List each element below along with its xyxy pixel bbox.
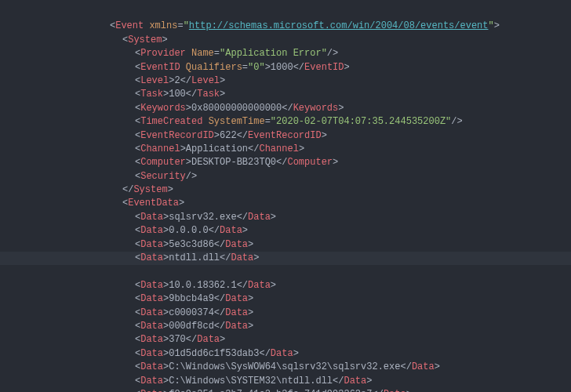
data-row: <Data>10.0.18362.1</Data> [0,280,276,291]
xml-code-block: <Event xmlns="http://schemas.microsoft.c… [0,0,571,392]
data-row: <Data>000df8cd</Data> [0,321,253,332]
data-row: <Data>370</Data> [0,334,225,345]
keywords: <Keywords>0x80000000000000</Keywords> [0,103,344,114]
data-row: <Data>C:\Windows\SYSTEM32\ntdll.dll</Dat… [0,376,372,387]
data-row: <Data>9bbcb4a9</Data> [0,293,253,304]
eventrecordid: <EventRecordID>622</EventRecordID> [0,130,327,141]
eventid: <EventID Qualifiers="0">1000</EventID> [0,62,350,73]
event-open: <Event xmlns="http://schemas.microsoft.c… [0,20,500,31]
channel: <Channel>Application</Channel> [0,143,304,154]
data-row: <Data>c0000374</Data> [0,307,253,318]
data-row: <Data>sqlsrv32.exe</Data> [0,212,276,223]
data-row: <Data>0.0.0.0</Data> [0,225,248,236]
data-row: <Data>ntdll.dll</Data> [0,252,571,265]
task: <Task>100</Task> [0,89,225,100]
eventdata-open: <EventData> [0,198,184,209]
timecreated: <TimeCreated SystemTime="2020-02-07T04:0… [0,116,463,127]
data-row: <Data>5e3c3d86</Data> [0,239,253,250]
data-row: <Data>01d5dd6c1f53dab3</Data> [0,348,299,359]
level: <Level>2</Level> [0,75,225,86]
computer: <Computer>DESKTOP-BB23TQ0</Computer> [0,157,338,168]
system-close: </System> [0,184,173,195]
system-open: <System> [0,34,168,45]
data-row: <Data>C:\Windows\SysWOW64\sqlsrv32\sqlsr… [0,361,440,372]
data-row: <Data>f0e9a351-a3b7-41c2-b3fe-741d993363… [0,389,412,392]
xmlns-url[interactable]: http://schemas.microsoft.com/win/2004/08… [189,20,489,31]
security: <Security/> [0,171,197,182]
provider: <Provider Name="Application Error"/> [0,48,338,59]
